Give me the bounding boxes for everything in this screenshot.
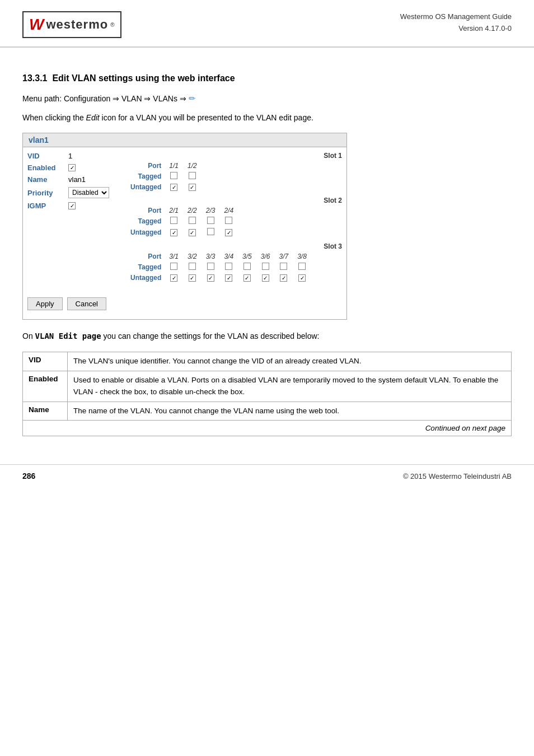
- slot3-section: Slot 3 Port 3/1 3/2 3/3 3/4 3/5 3/6 3/7 …: [126, 242, 342, 283]
- cb-s3-untagged-35[interactable]: [243, 274, 251, 282]
- section-number: 13.3.1: [22, 73, 47, 83]
- slot3-port-37: 3/7: [274, 251, 293, 262]
- vlan-right-slots: Slot 1 Port 1/1 1/2 Tagged: [126, 152, 342, 287]
- slot2-untagged-row: Untagged: [126, 227, 238, 238]
- cb-s3-untagged-34[interactable]: [225, 274, 232, 282]
- slot3-label: Slot 3: [126, 242, 342, 251]
- slot3-untagged-label: Untagged: [126, 273, 165, 283]
- cb-s3-tagged-38[interactable]: [298, 263, 306, 270]
- slot3-untagged-32[interactable]: [183, 273, 202, 283]
- table-key-name: Name: [23, 402, 68, 421]
- igmp-label: IGMP: [27, 202, 64, 210]
- menu-path-text: Menu path: Configuration ⇒ VLAN ⇒ VLANs …: [22, 94, 186, 103]
- table-val-vid: The VLAN's unique identifier. You cannot…: [68, 352, 512, 371]
- cb-s3-untagged-33[interactable]: [207, 274, 214, 282]
- logo-box: W westermo®: [22, 11, 121, 38]
- slot3-tagged-36[interactable]: [256, 262, 275, 273]
- vlan-title: vlan1: [23, 133, 346, 147]
- cb-s2-tagged-22[interactable]: [189, 217, 196, 224]
- cb-s3-untagged-32[interactable]: [189, 274, 196, 282]
- cb-s1-untagged-11[interactable]: [170, 184, 177, 191]
- table-key-vid: VID: [23, 352, 68, 371]
- description-table: VID The VLAN's unique identifier. You ca…: [22, 352, 512, 437]
- slot3-tagged-31[interactable]: [165, 262, 183, 273]
- slot3-untagged-37[interactable]: [274, 273, 293, 283]
- slot2-port-label: Port: [126, 206, 165, 216]
- slot2-untagged-22[interactable]: [183, 227, 202, 238]
- vlan-widget: vlan1 VID 1 Enabled Name vlan1 Priority: [22, 133, 347, 320]
- cb-s3-untagged-37[interactable]: [280, 274, 287, 282]
- slot1-tagged-11[interactable]: [165, 171, 183, 182]
- cb-s1-tagged-11[interactable]: [170, 172, 177, 179]
- slot1-table: Port 1/1 1/2 Tagged Untagged: [126, 161, 202, 192]
- slot2-tagged-row: Tagged: [126, 216, 238, 227]
- slot3-tagged-32[interactable]: [183, 262, 202, 273]
- cb-s3-untagged-31[interactable]: [170, 274, 177, 282]
- footer-page-number: 286: [22, 472, 35, 480]
- cb-s3-tagged-33[interactable]: [207, 263, 214, 270]
- cb-s3-tagged-35[interactable]: [243, 263, 251, 270]
- slot2-tagged-21[interactable]: [165, 216, 183, 227]
- slot3-untagged-35[interactable]: [238, 273, 256, 283]
- cb-s3-untagged-38[interactable]: [298, 274, 306, 282]
- slot2-untagged-23[interactable]: [202, 227, 220, 238]
- apply-button[interactable]: Apply: [27, 297, 63, 310]
- slot1-port-11: 1/1: [165, 161, 183, 171]
- slot2-port-24: 2/4: [219, 206, 238, 216]
- slot3-tagged-37[interactable]: [274, 262, 293, 273]
- enabled-checkbox[interactable]: [68, 164, 76, 171]
- slot1-untagged-row: Untagged: [126, 182, 202, 192]
- cb-s2-tagged-21[interactable]: [170, 217, 177, 224]
- slot2-table: Port 2/1 2/2 2/3 2/4 Tagged: [126, 206, 238, 238]
- cb-s2-untagged-24[interactable]: [225, 229, 232, 236]
- cb-s2-untagged-23[interactable]: [207, 228, 214, 235]
- slot3-tagged-33[interactable]: [202, 262, 220, 273]
- table-row-name: Name The name of the VLAN. You cannot ch…: [23, 402, 512, 421]
- slot3-untagged-31[interactable]: [165, 273, 183, 283]
- cb-s2-untagged-21[interactable]: [170, 229, 177, 236]
- priority-label: Priority: [27, 189, 64, 197]
- body-text-2: On VLAN Edit page you can change the set…: [22, 330, 512, 342]
- cb-s2-untagged-22[interactable]: [189, 229, 196, 236]
- cb-s3-tagged-32[interactable]: [189, 263, 196, 270]
- name-label: Name: [27, 175, 64, 184]
- cb-s3-tagged-37[interactable]: [280, 263, 287, 270]
- cb-s3-tagged-36[interactable]: [262, 263, 269, 270]
- slot1-untagged-11[interactable]: [165, 182, 183, 192]
- slot2-untagged-label: Untagged: [126, 227, 165, 238]
- slot3-untagged-38[interactable]: [293, 273, 311, 283]
- cb-s3-tagged-34[interactable]: [225, 263, 232, 270]
- menu-path: Menu path: Configuration ⇒ VLAN ⇒ VLANs …: [22, 94, 512, 104]
- slot3-untagged-34[interactable]: [219, 273, 238, 283]
- priority-select[interactable]: Disabled 0 1 2 3: [68, 187, 109, 198]
- enabled-row: Enabled: [27, 164, 117, 172]
- slot1-section: Slot 1 Port 1/1 1/2 Tagged: [126, 152, 342, 192]
- cb-s2-tagged-24[interactable]: [225, 217, 232, 224]
- slot2-tagged-23[interactable]: [202, 216, 220, 227]
- slot3-port-label: Port: [126, 251, 165, 262]
- body-text-1: When clicking the Edit icon for a VLAN y…: [22, 111, 512, 124]
- slot2-untagged-24[interactable]: [219, 227, 238, 238]
- slot3-port-row: Port 3/1 3/2 3/3 3/4 3/5 3/6 3/7 3/8: [126, 251, 311, 262]
- table-key-enabled: Enabled: [23, 371, 68, 402]
- cb-s1-untagged-12[interactable]: [189, 184, 196, 191]
- slot3-tagged-38[interactable]: [293, 262, 311, 273]
- cb-s3-tagged-31[interactable]: [170, 263, 177, 270]
- slot2-tagged-24[interactable]: [219, 216, 238, 227]
- cb-s3-untagged-36[interactable]: [262, 274, 269, 282]
- enabled-label: Enabled: [27, 164, 64, 172]
- igmp-checkbox[interactable]: [68, 202, 76, 209]
- slot1-tagged-12[interactable]: [183, 171, 202, 182]
- slot1-untagged-12[interactable]: [183, 182, 202, 192]
- edit-pencil-icon[interactable]: ✏: [189, 94, 196, 104]
- slot3-tagged-34[interactable]: [219, 262, 238, 273]
- cb-s2-tagged-23[interactable]: [207, 217, 214, 224]
- slot2-tagged-22[interactable]: [183, 216, 202, 227]
- slot3-untagged-33[interactable]: [202, 273, 220, 283]
- table-row-vid: VID The VLAN's unique identifier. You ca…: [23, 352, 512, 371]
- slot2-untagged-21[interactable]: [165, 227, 183, 238]
- cb-s1-tagged-12[interactable]: [189, 172, 196, 179]
- slot3-tagged-35[interactable]: [238, 262, 256, 273]
- cancel-button[interactable]: Cancel: [67, 297, 106, 310]
- slot3-untagged-36[interactable]: [256, 273, 275, 283]
